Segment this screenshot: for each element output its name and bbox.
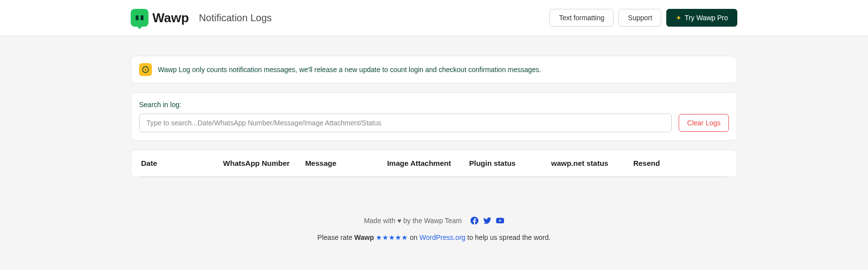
alert-text: Wawp Log only counts notification messag… (158, 66, 541, 74)
rating-stars[interactable]: ★★★★★ (374, 233, 410, 241)
search-panel: Search in log: Clear Logs (131, 92, 737, 141)
footer-made-with: Made with ♥ by the Wawp Team (364, 217, 462, 225)
twitter-icon[interactable] (483, 217, 491, 225)
brand-logo[interactable]: Wawp (131, 9, 189, 27)
info-icon (139, 63, 152, 76)
wordpress-link[interactable]: WordPress.org (420, 233, 466, 241)
info-alert: Wawp Log only counts notification messag… (131, 56, 737, 83)
try-pro-label: Try Wawp Pro (685, 14, 728, 22)
support-button[interactable]: Support (618, 9, 661, 27)
try-pro-button[interactable]: ✦ Try Wawp Pro (666, 9, 737, 27)
column-header-resend: Resend (633, 159, 727, 167)
column-header-image: Image Attachment (387, 159, 469, 167)
search-input[interactable] (139, 114, 672, 132)
column-header-plugin: Plugin status (469, 159, 551, 167)
text-formatting-button[interactable]: Text formatting (549, 9, 614, 27)
youtube-icon[interactable] (496, 217, 504, 225)
column-header-wawp: wawp.net status (551, 159, 633, 167)
sparkle-icon: ✦ (676, 14, 682, 22)
search-label: Search in log: (139, 101, 729, 109)
column-header-date: Date (141, 159, 223, 167)
column-header-message: Message (305, 159, 387, 167)
page-title: Notification Logs (199, 12, 272, 24)
column-header-whatsapp: WhatsApp Number (223, 159, 305, 167)
brand-name: Wawp (152, 10, 189, 26)
logo-icon (131, 9, 148, 27)
footer-rate-line: Please rate Wawp ★★★★★ on WordPress.org … (131, 233, 737, 241)
clear-logs-button[interactable]: Clear Logs (679, 114, 729, 132)
logs-table: Date WhatsApp Number Message Image Attac… (131, 150, 737, 177)
facebook-icon[interactable] (470, 217, 478, 225)
